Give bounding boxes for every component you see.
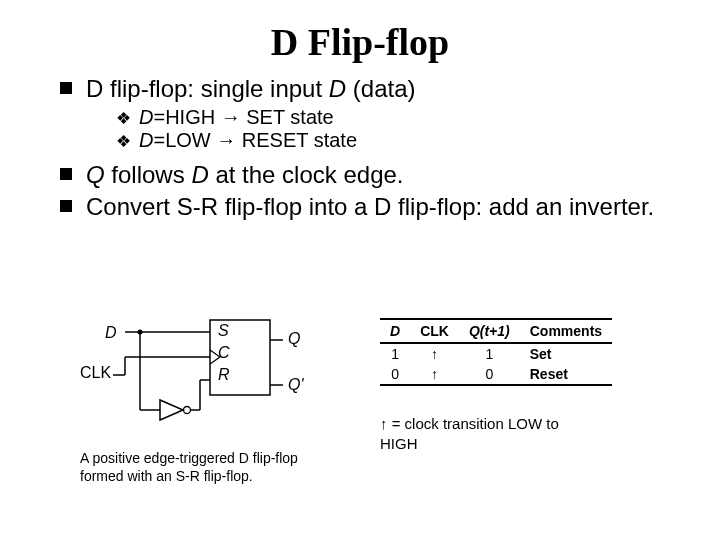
th-d: D [380,319,410,343]
lower-area: D CLK S C R Q Q' [0,310,720,510]
th-comments: Comments [520,319,612,343]
diamond-bullet-icon: ❖ [116,108,131,129]
truth-table-area: D CLK Q(t+1) Comments 1 ↑ 1 Set 0 ↑ 0 Re… [380,310,700,510]
diamond-bullet-icon: ❖ [116,131,131,152]
bullet-1: D flip-flop: single input D (data) [60,74,680,104]
bullet-2: Q follows D at the clock edge. [60,160,680,190]
bullet-2-text: Q follows D at the clock edge. [86,160,404,190]
sub-2-text: D=LOW → RESET state [139,129,357,152]
table-row: 1 ↑ 1 Set [380,343,612,364]
bullet-3: Convert S-R flip-flop into a D flip-flop… [60,192,680,222]
table-header-row: D CLK Q(t+1) Comments [380,319,612,343]
content-area: D flip-flop: single input D (data) ❖ D=H… [0,74,720,222]
th-clk: CLK [410,319,459,343]
diagram-caption: A positive edge-triggered D flip-flop fo… [80,450,340,485]
square-bullet-icon [60,200,72,212]
bullet-3-text: Convert S-R flip-flop into a D flip-flop… [86,192,654,222]
truth-table: D CLK Q(t+1) Comments 1 ↑ 1 Set 0 ↑ 0 Re… [380,318,612,386]
legend-text: ↑ = clock transition LOW to HIGH [380,414,700,453]
circuit-diagram: D CLK S C R Q Q' [0,310,380,510]
th-qnext: Q(t+1) [459,319,520,343]
table-row: 0 ↑ 0 Reset [380,364,612,385]
sub-2: ❖ D=LOW → RESET state [116,129,680,152]
square-bullet-icon [60,168,72,180]
sub-1: ❖ D=HIGH → SET state [116,106,680,129]
slide-title: D Flip-flop [0,0,720,74]
sub-1-text: D=HIGH → SET state [139,106,334,129]
sub-list: ❖ D=HIGH → SET state ❖ D=LOW → RESET sta… [116,106,680,152]
bullet-1-text: D flip-flop: single input D (data) [86,74,416,104]
circuit-svg [75,310,295,430]
square-bullet-icon [60,82,72,94]
